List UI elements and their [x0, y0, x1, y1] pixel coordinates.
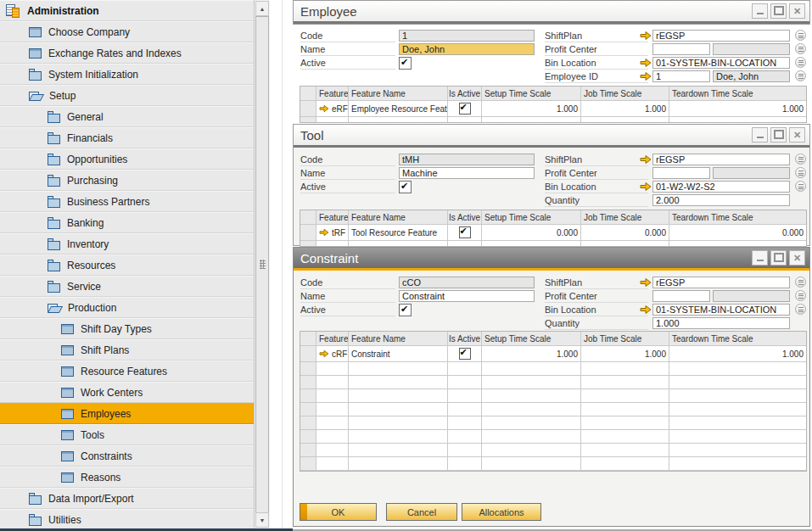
profit-center-name-field[interactable]	[713, 167, 790, 179]
link-arrow-icon[interactable]	[319, 349, 329, 358]
cancel-button[interactable]: Cancel	[386, 503, 457, 521]
constraint-titlebar[interactable]: Constraint ✕	[294, 248, 809, 271]
job-time-scale-cell[interactable]: 0.000	[581, 225, 669, 241]
choose-from-list-icon[interactable]	[795, 57, 806, 68]
name-field[interactable]: Constraint	[399, 290, 535, 302]
sidebar-item-constraints[interactable]: Constraints	[0, 445, 255, 467]
tool-titlebar[interactable]: Tool ✕	[294, 125, 809, 148]
link-arrow-icon[interactable]	[640, 305, 652, 315]
active-checkbox[interactable]	[399, 304, 412, 316]
row-selector[interactable]	[300, 225, 316, 241]
minimize-icon[interactable]	[752, 127, 768, 143]
sidebar-item-shift-day-types[interactable]: Shift Day Types	[0, 318, 255, 339]
teardown-time-scale-cell[interactable]: 0.000	[669, 225, 806, 241]
sidebar-item-administration[interactable]: Administration	[0, 0, 255, 21]
feature-name-cell[interactable]: Constraint	[349, 346, 448, 362]
link-arrow-icon[interactable]	[640, 31, 652, 41]
sidebar-item-system-initialization[interactable]: System Initialization	[0, 64, 255, 85]
link-arrow-icon[interactable]	[640, 154, 652, 165]
is-active-checkbox[interactable]	[459, 226, 471, 238]
sidebar-item-data-import-export[interactable]: Data Import/Export	[0, 488, 255, 509]
choose-from-list-icon[interactable]	[795, 277, 806, 288]
link-arrow-icon[interactable]	[640, 71, 652, 81]
close-icon[interactable]: ✕	[789, 3, 805, 19]
choose-from-list-icon[interactable]	[795, 43, 806, 54]
feature-name-cell[interactable]: Tool Resource Feature	[349, 225, 448, 241]
sidebar-item-reasons[interactable]: Reasons	[0, 467, 255, 488]
setup-time-scale-cell[interactable]: 1.000	[482, 346, 581, 362]
sidebar-item-financials[interactable]: Financials	[0, 127, 255, 148]
active-checkbox[interactable]	[399, 181, 412, 193]
setup-time-scale-cell[interactable]: 0.000	[482, 225, 581, 241]
bin-location-field[interactable]: 01-W2-W2-S2	[652, 181, 790, 193]
minimize-icon[interactable]	[752, 3, 768, 19]
sidebar-item-inventory[interactable]: Inventory	[0, 233, 255, 254]
sidebar-item-resource-features[interactable]: Resource Features	[0, 361, 255, 382]
name-field[interactable]: Doe, John	[399, 43, 535, 55]
ok-button[interactable]: OK	[300, 503, 377, 521]
job-time-scale-cell[interactable]: 1.000	[581, 101, 669, 117]
feature-name-cell[interactable]: Employee Resource Feature	[349, 101, 448, 117]
setup-time-scale-cell[interactable]: 1.000	[482, 101, 581, 117]
link-arrow-icon[interactable]	[319, 228, 329, 237]
is-active-checkbox[interactable]	[459, 348, 471, 360]
row-selector[interactable]	[300, 101, 316, 117]
choose-from-list-icon[interactable]	[795, 154, 806, 165]
profit-center-name-field[interactable]	[713, 290, 790, 302]
sidebar-item-shift-plans[interactable]: Shift Plans	[0, 339, 255, 361]
maximize-icon[interactable]	[770, 3, 787, 19]
link-arrow-icon[interactable]	[640, 182, 652, 192]
sidebar-item-purchasing[interactable]: Purchasing	[0, 170, 255, 191]
profit-center-field[interactable]	[652, 290, 710, 302]
sidebar-item-work-centers[interactable]: Work Centers	[0, 382, 255, 403]
employee-titlebar[interactable]: Employee ✕	[294, 1, 809, 24]
bin-location-field[interactable]: 01-SYSTEM-BIN-LOCATION	[652, 57, 790, 69]
sidebar-item-setup[interactable]: Setup	[0, 85, 255, 106]
shiftplan-field[interactable]: rEGSP	[652, 277, 790, 288]
scroll-up-arrow[interactable]: ▲	[255, 1, 269, 16]
choose-from-list-icon[interactable]	[795, 290, 806, 301]
sidebar-item-banking[interactable]: Banking	[0, 212, 255, 233]
code-field[interactable]: tMH	[399, 154, 535, 165]
sidebar-item-opportunities[interactable]: Opportunities	[0, 148, 255, 170]
sidebar-item-tools[interactable]: Tools	[0, 424, 255, 445]
name-field[interactable]: Machine	[399, 167, 535, 179]
employee-id-name-field[interactable]: Doe, John	[713, 70, 790, 82]
choose-from-list-icon[interactable]	[795, 30, 806, 41]
code-field[interactable]: cCO	[399, 277, 535, 288]
is-active-checkbox[interactable]	[459, 103, 471, 115]
code-field[interactable]: 1	[399, 30, 535, 42]
scroll-down-arrow[interactable]: ▼	[255, 512, 269, 528]
teardown-time-scale-cell[interactable]: 1.000	[669, 346, 806, 362]
row-selector[interactable]	[300, 346, 316, 362]
sidebar-item-exchange-rates[interactable]: Exchange Rates and Indexes	[0, 42, 255, 64]
profit-center-field[interactable]	[652, 43, 710, 55]
sidebar-item-choose-company[interactable]: Choose Company	[0, 21, 255, 42]
sidebar-item-employees[interactable]: Employees	[0, 403, 255, 424]
link-arrow-icon[interactable]	[640, 277, 652, 288]
sidebar-item-business-partners[interactable]: Business Partners	[0, 191, 255, 212]
sidebar-item-general[interactable]: General	[0, 106, 255, 127]
sidebar-item-production[interactable]: Production	[0, 297, 255, 318]
employee-id-field[interactable]: 1	[652, 70, 710, 82]
teardown-time-scale-cell[interactable]: 1.000	[669, 101, 806, 117]
choose-from-list-icon[interactable]	[795, 70, 806, 81]
close-icon[interactable]: ✕	[789, 127, 805, 143]
profit-center-name-field[interactable]	[713, 43, 790, 55]
choose-from-list-icon[interactable]	[795, 181, 806, 192]
choose-from-list-icon[interactable]	[795, 167, 806, 178]
shiftplan-field[interactable]: rEGSP	[652, 30, 790, 42]
close-icon[interactable]: ✕	[789, 250, 805, 266]
shiftplan-field[interactable]: rEGSP	[652, 154, 790, 165]
job-time-scale-cell[interactable]: 1.000	[581, 346, 669, 362]
bin-location-field[interactable]: 01-SYSTEM-BIN-LOCATION	[652, 304, 790, 316]
maximize-icon[interactable]	[770, 127, 787, 143]
choose-from-list-icon[interactable]	[795, 304, 806, 315]
minimize-icon[interactable]	[752, 250, 768, 266]
maximize-icon[interactable]	[770, 250, 787, 266]
active-checkbox[interactable]	[399, 57, 412, 70]
allocations-button[interactable]: Allocations	[462, 503, 541, 521]
profit-center-field[interactable]	[652, 167, 710, 179]
quantity-field[interactable]: 1.000	[652, 317, 790, 329]
sidebar-item-resources[interactable]: Resources	[0, 254, 255, 276]
